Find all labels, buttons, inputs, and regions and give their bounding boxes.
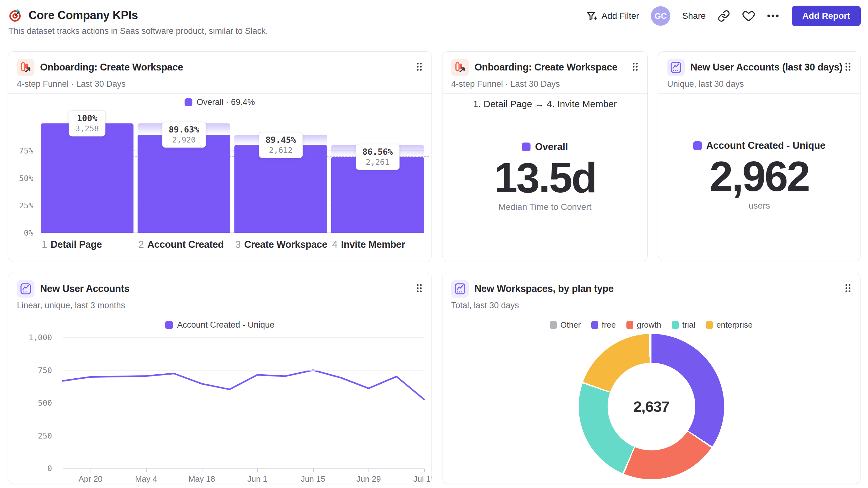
copy-link-button[interactable]: [718, 10, 730, 22]
metric-caption: users: [749, 201, 770, 211]
metric-caption: Median Time to Convert: [498, 202, 591, 212]
donut-legend-label: growth: [637, 320, 661, 330]
line-gridline: [63, 337, 424, 338]
line-xtick-label: Jun 1: [248, 474, 268, 484]
add-filter-button[interactable]: Add Filter: [586, 10, 639, 22]
card-funnel-header: Onboarding: Create Workspace 4-step Funn…: [8, 52, 432, 94]
line-legend-label: Account Created - Unique: [177, 320, 275, 330]
cards-grid: Onboarding: Create Workspace 4-step Funn…: [8, 52, 861, 484]
donut-legend-item[interactable]: Other: [550, 320, 581, 330]
top-actions: Add Filter GC Share ••• Add Report: [586, 6, 861, 26]
page-subtitle: This dataset tracks actions in Saas soft…: [8, 26, 861, 36]
metric-legend[interactable]: Overall: [522, 141, 568, 153]
legend-swatch: [706, 321, 713, 329]
funnel-legend[interactable]: Overall · 69.4%: [8, 97, 432, 107]
legend-swatch: [626, 321, 633, 329]
metric-legend-label: Overall: [535, 141, 568, 153]
funnel-chart: 75%50%25%0% 100%3,2581Detail Page89.63%2…: [41, 107, 424, 233]
funnel-ytick-label: 75%: [8, 146, 33, 155]
legend-swatch: [522, 142, 530, 151]
funnel-step-pct: 100%: [75, 113, 99, 123]
line-gridline: [63, 468, 424, 468]
funnel-bar[interactable]: [235, 145, 327, 233]
line-gridline: [63, 403, 424, 403]
funnel-step-name: Account Created: [147, 239, 224, 250]
donut-legend-item[interactable]: enterprise: [706, 320, 753, 330]
add-report-button[interactable]: Add Report: [792, 6, 861, 26]
funnel-step-number: 1: [42, 239, 47, 250]
line-ytick-label: 750: [8, 366, 52, 375]
funnel-step-count: 2,920: [168, 135, 199, 144]
funnel-step-number: 3: [235, 239, 241, 250]
funnel-step-count: 2,612: [266, 145, 296, 155]
line-xtick: [313, 468, 314, 472]
card-title: New User Accounts: [40, 283, 129, 294]
avatar[interactable]: GC: [651, 6, 670, 26]
funnel-ytick-label: 25%: [8, 201, 33, 210]
card-subtitle: Total, last 30 days: [451, 301, 851, 311]
share-button[interactable]: Share: [682, 11, 706, 21]
funnel-step-name: Create Workspace: [244, 239, 327, 250]
insights-report-icon: [451, 280, 469, 298]
funnel-step-label: 4Invite Member: [332, 239, 405, 250]
card-title: New User Accounts (last 30 days): [690, 62, 842, 73]
line-ytick-label: 500: [8, 398, 52, 408]
line-xtick: [257, 468, 258, 472]
donut-hole: 2,637: [608, 363, 695, 450]
favorite-button[interactable]: [742, 10, 755, 22]
funnel-bar-tooltip: 100%3,258: [69, 110, 105, 136]
donut-legend-item[interactable]: free: [591, 320, 616, 330]
funnel-route: 1. Detail Page → 4. Invite Member: [442, 94, 647, 114]
funnel-step-name: Detail Page: [51, 239, 102, 250]
donut-legend-label: Other: [560, 320, 581, 330]
drag-handle-icon[interactable]: [415, 62, 423, 73]
legend-swatch: [591, 321, 598, 329]
insights-report-icon: [667, 59, 685, 76]
card-subtitle: 4-step Funnel · Last 30 Days: [17, 79, 422, 89]
funnel-ytick-label: 0%: [8, 228, 33, 237]
drag-handle-icon[interactable]: [631, 62, 639, 73]
line-xtick-label: Jul 13: [413, 474, 432, 484]
donut-legend-label: free: [602, 320, 616, 330]
metric-legend[interactable]: Account Created - Unique: [693, 140, 826, 151]
link-icon: [718, 10, 730, 22]
heart-icon: [742, 10, 755, 22]
avatar-initials: GC: [655, 11, 667, 21]
card-new-users-trend: New User Accounts Linear, unique, last 3…: [8, 273, 432, 484]
funnel-bar[interactable]: [41, 123, 133, 233]
donut-legend-item[interactable]: growth: [626, 320, 661, 330]
funnel-step-column: 100%3,2581Detail Page: [41, 107, 133, 233]
funnel-bar[interactable]: [137, 135, 230, 233]
drag-handle-icon[interactable]: [415, 283, 423, 294]
funnel-bar-tooltip: 89.45%2,612: [259, 132, 303, 158]
legend-swatch: [693, 141, 702, 150]
donut-legend: Otherfreegrowthtrialenterprise: [442, 319, 860, 331]
funnel-step-number: 2: [138, 239, 144, 250]
donut-chart: 2,637: [579, 334, 724, 479]
page-title: Core Company KPIs: [29, 9, 138, 22]
funnel-step-label: 2Account Created: [138, 239, 224, 250]
funnel-step-column: 86.56%2,2614Invite Member: [331, 107, 424, 233]
line-xtick: [91, 468, 91, 472]
line-xtick-label: May 18: [188, 474, 215, 484]
funnel-step-number: 4: [332, 239, 338, 250]
dashboard-page: Core Company KPIs This dataset tracks ac…: [0, 0, 868, 488]
line-ytick-label: 250: [8, 431, 52, 441]
drag-handle-icon[interactable]: [844, 283, 852, 294]
funnel-step-column: 89.45%2,6123Create Workspace: [235, 107, 327, 233]
metric-value: 2,962: [709, 155, 809, 199]
donut-legend-item[interactable]: trial: [672, 320, 695, 330]
line-xtick-label: Apr 20: [78, 474, 102, 484]
funnel-report-icon: [451, 59, 469, 76]
top-bar: Core Company KPIs This dataset tracks ac…: [8, 0, 861, 52]
funnel-step-label: 1Detail Page: [42, 239, 102, 250]
card-title: Onboarding: Create Workspace: [474, 62, 617, 73]
line-gridline: [63, 370, 424, 370]
line-legend[interactable]: Account Created - Unique: [8, 320, 432, 330]
line-ytick-label: 1,000: [8, 333, 52, 342]
drag-handle-icon[interactable]: [844, 62, 852, 73]
line-xtick-label: Jun 15: [301, 474, 325, 484]
funnel-ytick-label: 50%: [8, 174, 33, 183]
donut-legend-label: enterprise: [716, 320, 753, 330]
more-menu-button[interactable]: •••: [767, 11, 780, 21]
